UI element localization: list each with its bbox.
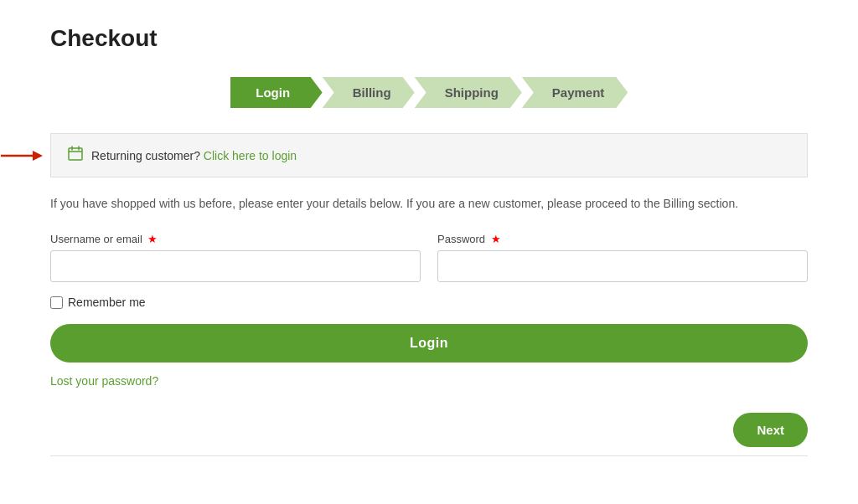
checkout-stepper: Login Billing Shipping Payment xyxy=(50,77,808,108)
next-button-wrapper: Next xyxy=(50,413,808,447)
next-button[interactable]: Next xyxy=(733,413,808,447)
step-payment[interactable]: Payment xyxy=(522,77,628,108)
login-button[interactable]: Login xyxy=(50,324,808,363)
svg-marker-1 xyxy=(33,151,43,161)
username-required-star: ★ xyxy=(147,233,158,245)
step-shipping[interactable]: Shipping xyxy=(415,77,522,108)
returning-text: Returning customer? Click here to login xyxy=(91,149,297,162)
credentials-row: Username or email ★ Password ★ xyxy=(50,233,808,282)
svg-rect-2 xyxy=(69,148,82,160)
step-billing[interactable]: Billing xyxy=(323,77,415,108)
remember-me-checkbox[interactable] xyxy=(50,296,63,309)
password-required-star: ★ xyxy=(491,233,501,245)
password-group: Password ★ xyxy=(437,233,808,282)
password-input[interactable] xyxy=(437,250,808,282)
remember-me-label: Remember me xyxy=(68,296,146,309)
step-login[interactable]: Login xyxy=(230,77,323,108)
description-text: If you have shopped with us before, plea… xyxy=(50,194,808,213)
username-group: Username or email ★ xyxy=(50,233,421,282)
login-form: Username or email ★ Password ★ Remember … xyxy=(50,233,808,388)
login-link[interactable]: Click here to login xyxy=(204,149,297,162)
page-title: Checkout xyxy=(50,25,808,52)
username-label: Username or email ★ xyxy=(50,233,421,245)
password-label: Password ★ xyxy=(437,233,808,245)
returning-customer-bar: Returning customer? Click here to login xyxy=(50,133,808,177)
arrow-indicator xyxy=(1,146,43,166)
username-input[interactable] xyxy=(50,250,421,282)
remember-me-row: Remember me xyxy=(50,296,808,309)
calendar-icon xyxy=(68,146,83,165)
lost-password-link[interactable]: Lost your password? xyxy=(50,374,158,388)
bottom-divider xyxy=(50,455,808,456)
